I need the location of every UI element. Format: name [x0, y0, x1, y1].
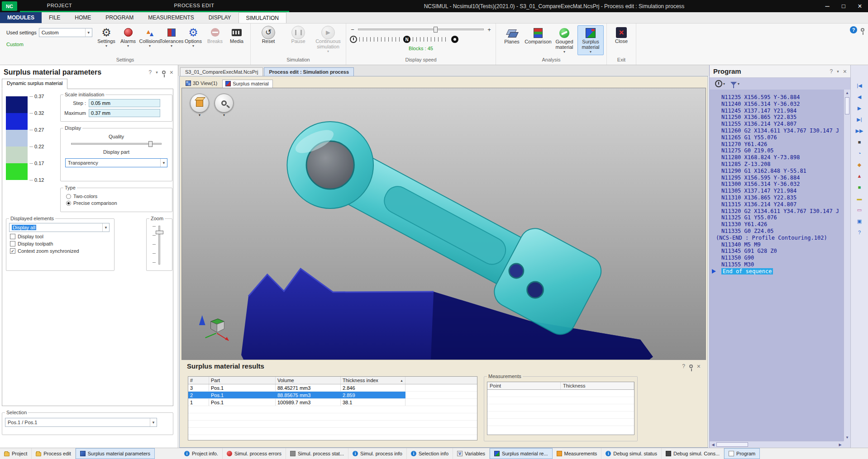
- statusbar-item-project-info[interactable]: Project info.: [180, 448, 223, 459]
- program-line[interactable]: N11235 X156.595 Y-36.884: [710, 94, 844, 101]
- column-header-[interactable]: #: [188, 377, 209, 384]
- column-header-thickness-index[interactable]: Thickness index▲: [341, 377, 405, 384]
- help-icon[interactable]: ?: [682, 363, 685, 369]
- options-button[interactable]: Options▾: [182, 25, 204, 48]
- chevron-down-icon[interactable]: ▼: [102, 223, 109, 232]
- program-line[interactable]: N11270 Y61.426: [710, 141, 844, 148]
- chevron-down-icon[interactable]: ▾: [223, 113, 225, 117]
- displayed-elements-combo[interactable]: Display all ▼: [9, 223, 110, 232]
- reset-button[interactable]: Reset: [253, 25, 283, 44]
- statusbar-item-simul-process-errors[interactable]: Simul. process errors: [223, 448, 286, 459]
- chevron-down-icon[interactable]: ▾: [837, 69, 839, 74]
- scroll-left-icon[interactable]: ◀: [710, 441, 716, 448]
- used-settings-combo[interactable]: Custom ▼: [39, 28, 92, 37]
- close-icon[interactable]: ×: [697, 363, 701, 370]
- program-line[interactable]: N11295 X156.595 Y-36.884: [710, 175, 844, 181]
- play-icon[interactable]: ▶: [854, 105, 865, 111]
- tool-alarm-icon[interactable]: ▲: [854, 173, 865, 179]
- stop-icon[interactable]: ■: [854, 139, 865, 145]
- 3d-scene[interactable]: [182, 88, 706, 360]
- statusbar-item-simul-process-info[interactable]: Simul. process info: [348, 448, 407, 459]
- program-line[interactable]: N11250 X136.865 Y22.835: [710, 114, 844, 121]
- column-header-part[interactable]: Part: [209, 377, 276, 384]
- document-tab-s3-01-compareexecmat-ncsprj[interactable]: S3_01_CompareExecMat.NcsPrj: [180, 67, 263, 76]
- ribbon-tab-measurements[interactable]: MEASUREMENTS: [141, 12, 201, 23]
- step-input[interactable]: [89, 99, 160, 107]
- program-timing-button[interactable]: ▾: [713, 79, 727, 88]
- speed-plus-icon[interactable]: +: [486, 26, 492, 33]
- media-button[interactable]: Media: [226, 25, 248, 48]
- statusbar-item-program[interactable]: Program: [724, 448, 760, 459]
- program-filter-button[interactable]: ▾: [729, 81, 741, 87]
- ribbon-tab-display[interactable]: DISPLAY: [201, 12, 238, 23]
- selection-combo[interactable]: Pos.1 / Pos.1 ▼: [5, 418, 157, 427]
- program-line[interactable]: N11245 X137.147 Y21.984: [710, 108, 844, 114]
- titlebar-section-project[interactable]: PROJECT: [20, 0, 99, 12]
- ribbon-tab-home[interactable]: HOME: [67, 12, 98, 23]
- tolerances-button[interactable]: Tolerances▾: [161, 25, 182, 48]
- statusbar-item-debug-simul-cons[interactable]: Debug simul. Cons...: [662, 448, 724, 459]
- comparison-button[interactable]: Comparison: [525, 25, 551, 46]
- settings-button[interactable]: Settings▾: [95, 25, 117, 48]
- statusbar-item-simul-process-stat[interactable]: Simul. process stat...: [286, 448, 348, 459]
- zoom-slider[interactable]: [158, 226, 160, 265]
- statusbar-item-selection-info[interactable]: Selection info: [407, 448, 453, 459]
- radio-two-colors[interactable]: Two-colors: [66, 194, 169, 199]
- quality-slider-thumb[interactable]: [148, 141, 153, 147]
- scrollbar-thumb[interactable]: [845, 97, 849, 114]
- help-icon[interactable]: ?: [850, 26, 857, 33]
- program-line[interactable]: N11315 X136.214 Y24.807: [710, 201, 844, 208]
- program-line[interactable]: N11350 G90: [710, 255, 844, 261]
- checkbox-display-tool[interactable]: Display tool: [10, 234, 111, 239]
- display-part-combo[interactable]: Transparency ▼: [65, 158, 167, 167]
- zoom-tool-button[interactable]: [215, 94, 234, 113]
- material-icon[interactable]: ■: [854, 184, 865, 190]
- program-line[interactable]: N11265 G1 Y55.076: [710, 134, 844, 141]
- help-icon[interactable]: ?: [149, 69, 152, 76]
- statusbar-item-process-edit[interactable]: Process edit: [32, 448, 76, 459]
- program-line[interactable]: N11260 G2 X134.611 Y34.767 I30.147 J: [710, 128, 844, 134]
- save-icon[interactable]: ▣: [854, 218, 865, 224]
- step-forward-icon[interactable]: ▶|: [854, 116, 865, 123]
- planes-button[interactable]: Planes: [499, 25, 525, 46]
- statusbar-item-surplus-material-re[interactable]: Surplus material re...: [490, 448, 552, 459]
- view-orientation-button[interactable]: [190, 94, 209, 113]
- program-line[interactable]: N11330 Y61.426: [710, 221, 844, 228]
- step-back-icon[interactable]: ◀: [854, 94, 865, 100]
- speed-slider[interactable]: [358, 28, 484, 30]
- result-row[interactable]: 2Pos.188.85675 mm32.859: [188, 392, 477, 399]
- program-line[interactable]: N11255 X136.214 Y24.807: [710, 121, 844, 128]
- checkbox-display-toolpath[interactable]: Display toolpath: [10, 241, 111, 246]
- edit-icon[interactable]: ▬: [854, 195, 865, 202]
- view-tab-3d-view-1[interactable]: 3D View(1): [182, 79, 221, 88]
- goto-first-icon[interactable]: |◀: [854, 82, 865, 89]
- statusbar-item-measurements[interactable]: Measurements: [553, 448, 602, 459]
- measurement-column-thickness[interactable]: Thickness: [561, 382, 634, 389]
- program-line[interactable]: N11240 X156.314 Y-36.032: [710, 101, 844, 108]
- scroll-down-icon[interactable]: ▼: [844, 434, 850, 441]
- statusbar-item-project[interactable]: Project: [0, 448, 32, 459]
- close-button[interactable]: ×: [852, 0, 868, 12]
- probe-icon[interactable]: ◆: [854, 161, 865, 168]
- ribbon-tab-program[interactable]: PROGRAM: [98, 12, 141, 23]
- surplus-material-button[interactable]: Surplus material▾: [577, 25, 604, 55]
- zoom-slider-thumb[interactable]: [156, 231, 163, 234]
- program-line[interactable]: N11345 G91 G28 Z0: [710, 248, 844, 255]
- program-line[interactable]: N11310 X136.865 Y22.835: [710, 194, 844, 201]
- ribbon-tab-simulation[interactable]: SIMULATION: [238, 12, 286, 23]
- chevron-down-icon[interactable]: ▼: [150, 418, 157, 426]
- statusbar-item-variables[interactable]: Variables: [453, 448, 490, 459]
- statusbar-item-surplus-material-parameters[interactable]: Surplus material parameters: [76, 448, 155, 459]
- view-tab-surplus-material[interactable]: Surplus material: [222, 80, 272, 88]
- speed-minus-icon[interactable]: −: [350, 26, 355, 33]
- titlebar-section-process-edit[interactable]: PROCESS EDIT: [99, 0, 289, 12]
- program-line[interactable]: N11335 G0 Z24.05: [710, 228, 844, 235]
- program-line[interactable]: N11300 X156.314 Y-36.032: [710, 181, 844, 188]
- timer-icon[interactable]: ◔: [854, 150, 865, 156]
- program-vertical-scrollbar[interactable]: ▲ ▼: [844, 90, 850, 441]
- measurement-column-point[interactable]: Point: [487, 382, 561, 389]
- gouged-material-button[interactable]: Gouged material▾: [551, 25, 577, 55]
- tab-dynamic-surplus-material[interactable]: Dynamic surplus material: [2, 79, 67, 89]
- program-line[interactable]: N11280 X168.824 Y-73.898: [710, 154, 844, 161]
- program-line[interactable]: N11285 Z-13.208: [710, 161, 844, 168]
